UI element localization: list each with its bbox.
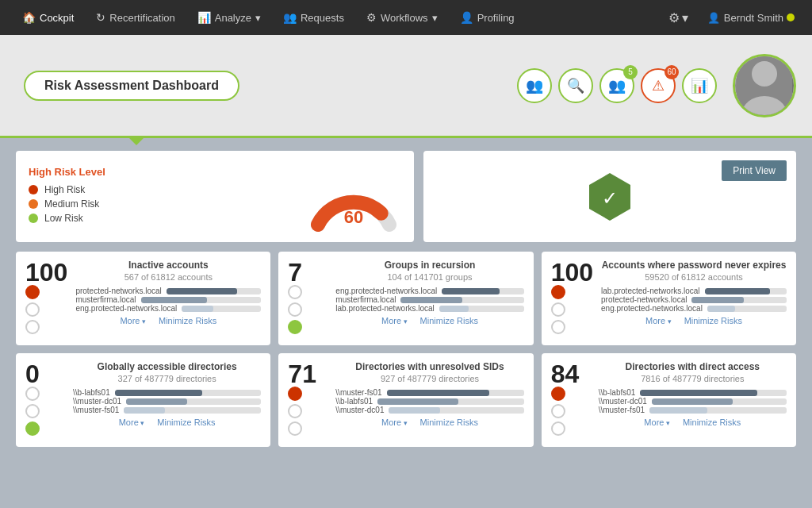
workflows-icon: ⚙	[366, 11, 377, 24]
circle-row-4-1	[288, 404, 327, 418]
more-link-4[interactable]: More	[381, 418, 408, 427]
card-score-wrap-4: 71	[288, 361, 327, 439]
card-title-2: Accounts where password never expires	[601, 260, 787, 271]
circle-row-1-1	[288, 302, 327, 317]
data-row-4-0: \\muster-fs01	[335, 388, 523, 397]
cards-grid: 100 Inactive accounts 567 of 61812 accou…	[16, 252, 796, 447]
data-row-5-0: \\b-labfs01	[599, 388, 787, 397]
card-rows-2: lab.protected-networks.local protected-n…	[601, 287, 787, 313]
search-icon: 🔍	[567, 77, 584, 94]
nav-profiling[interactable]: 👤 Profiling	[450, 0, 524, 35]
card-subtitle-5: 7816 of 487779 directories	[599, 374, 787, 383]
card-circle-5-0	[551, 387, 565, 401]
chart-icon: 📊	[691, 77, 708, 94]
more-link-3[interactable]: More	[119, 418, 145, 427]
card-circle-0-1	[25, 302, 40, 317]
nav-workflows[interactable]: ⚙ Workflows ▾	[357, 0, 447, 35]
alert-icon: ⚠	[652, 77, 665, 94]
high-risk-dot	[29, 185, 38, 194]
card-circle-3-1	[25, 404, 40, 418]
circle-row-4-0	[288, 387, 327, 401]
minimize-link-5[interactable]: Minimize Risks	[683, 418, 741, 427]
data-row-1-2: lab.protected-networks.local	[335, 304, 523, 313]
more-link-2[interactable]: More	[645, 316, 672, 325]
card-footer-3: More Minimize Risks	[73, 418, 261, 427]
gear-icon: ⚙	[668, 10, 680, 25]
more-link-5[interactable]: More	[644, 418, 670, 427]
minimize-link-0[interactable]: Minimize Risks	[159, 316, 216, 325]
circle-row-3-0	[25, 387, 65, 401]
card-circles-5	[551, 387, 591, 436]
card-score-4: 71	[288, 361, 327, 387]
card-circle-5-2	[551, 421, 565, 436]
requests-icon: 👥	[283, 11, 297, 24]
search-icon-btn[interactable]: 🔍	[558, 68, 593, 103]
print-button[interactable]: Print View	[722, 160, 787, 181]
nav-left: 🏠 Cockpit ↻ Recertification 📊 Analyze ▾ …	[13, 0, 524, 35]
data-row-5-2: \\muster-fs01	[599, 406, 787, 414]
nav-cockpit[interactable]: 🏠 Cockpit	[13, 0, 83, 35]
people-icon: 👥	[526, 77, 543, 94]
card-score-1: 7	[288, 260, 327, 285]
card-rows-0: protected-networks.local musterfirma.loc…	[75, 287, 261, 313]
more-link-0[interactable]: More	[120, 316, 146, 325]
nav-recertification[interactable]: ↻ Recertification	[86, 0, 184, 35]
gear-button[interactable]: ⚙ ▾	[662, 7, 695, 29]
circle-row-5-2	[551, 421, 591, 436]
user-menu-wrap: 👤 Berndt Smith ▾	[701, 9, 799, 27]
risk-legend: High Risk Level High Risk Medium Risk Lo…	[29, 166, 293, 227]
card-footer-5: More Minimize Risks	[599, 418, 787, 427]
minimize-link-2[interactable]: Minimize Risks	[684, 316, 742, 325]
card-score-2: 100	[551, 260, 593, 285]
card-rows-3: \\b-labfs01 \\muster-dc01 \\muster-fs01	[73, 388, 261, 414]
top-navigation: 🏠 Cockpit ↻ Recertification 📊 Analyze ▾ …	[0, 0, 812, 35]
top-panels: High Risk Level High Risk Medium Risk Lo…	[16, 151, 796, 242]
card-circle-0-0	[25, 285, 40, 299]
card-score-wrap-1: 7	[288, 260, 327, 337]
card-footer-0: More Minimize Risks	[75, 316, 261, 325]
card-rows-4: \\muster-fs01 \\b-labfs01 \\muster-dc01	[335, 388, 523, 414]
user-button[interactable]: 👤 Berndt Smith ▾	[701, 9, 799, 27]
people-icon-btn[interactable]: 👥	[517, 68, 552, 103]
analyze-icon: 📊	[197, 11, 211, 24]
card-body-3: Globally accessible directories 327 of 4…	[73, 361, 261, 439]
risk-card-1: 7 Groups in recursion 104 of 141701 grou…	[278, 252, 533, 345]
risk-card-3: 0 Globally accessible directories 327 of…	[16, 353, 270, 447]
card-rows-5: \\b-labfs01 \\muster-dc01 \\muster-fs01	[599, 388, 787, 414]
sub-header-icons: 👥 🔍 👥 5 ⚠ 60 📊	[517, 68, 717, 103]
card-subtitle-0: 567 of 61812 accounts	[75, 272, 261, 282]
card-circle-3-2	[25, 421, 40, 436]
card-title-5: Directories with direct access	[599, 361, 787, 372]
circle-row-1-0	[288, 285, 327, 299]
card-circle-1-1	[288, 302, 302, 317]
data-row-1-1: musterfirma.local	[335, 295, 523, 304]
card-circle-4-0	[288, 387, 302, 401]
minimize-link-1[interactable]: Minimize Risks	[420, 316, 478, 325]
minimize-link-4[interactable]: Minimize Risks	[420, 418, 478, 427]
card-circles-4	[288, 387, 327, 436]
card-circles-0	[25, 285, 67, 334]
circle-row-3-1	[25, 404, 65, 418]
card-circle-2-1	[551, 302, 565, 317]
chart-icon-btn[interactable]: 📊	[682, 68, 717, 103]
card-title-0: Inactive accounts	[75, 260, 261, 271]
minimize-link-3[interactable]: Minimize Risks	[157, 418, 215, 427]
more-link-1[interactable]: More	[381, 316, 408, 325]
risk-card-0: 100 Inactive accounts 567 of 61812 accou…	[16, 252, 270, 345]
data-row-1-0: eng.protected-networks.local	[335, 287, 523, 295]
nav-analyze[interactable]: 📊 Analyze ▾	[188, 0, 270, 35]
nav-requests[interactable]: 👥 Requests	[274, 0, 354, 35]
svg-point-1	[752, 61, 777, 87]
alert-icon-btn[interactable]: ⚠ 60	[641, 68, 676, 103]
card-circles-2	[551, 285, 593, 334]
card-circle-2-0	[551, 285, 565, 299]
circle-row-2-2	[551, 320, 593, 334]
group-icon-btn[interactable]: 👥 5	[599, 68, 634, 103]
card-footer-4: More Minimize Risks	[335, 418, 523, 427]
gauge-value: 60	[344, 207, 363, 228]
medium-risk-dot	[29, 199, 38, 209]
circle-row-5-1	[551, 404, 591, 418]
card-body-4: Directories with unresolved SIDs 927 of …	[335, 361, 523, 439]
user-avatar	[733, 54, 796, 117]
card-title-4: Directories with unresolved SIDs	[335, 361, 523, 372]
